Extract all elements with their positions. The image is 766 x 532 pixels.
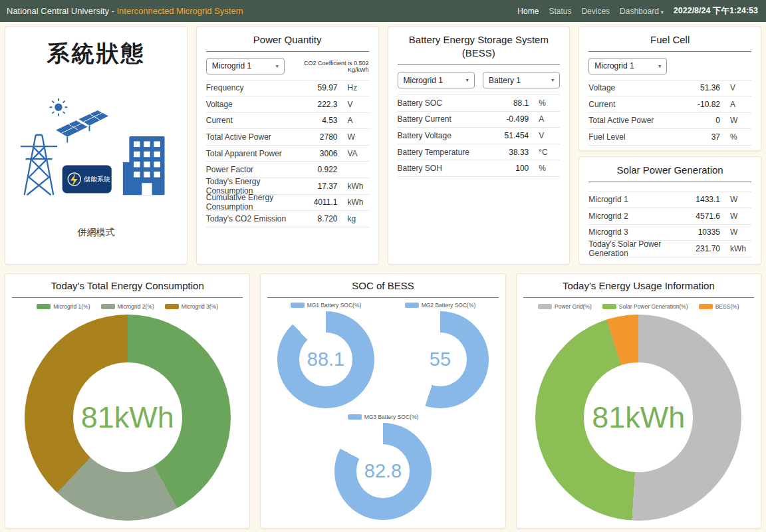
chevron-down-icon: ▾ [658,63,661,69]
energy-usage-chart-title: Today's Energy Usage Information [523,279,754,298]
legend-label: Microgrid 3(%) [182,303,218,310]
gauge-value: 82.8 [334,423,432,520]
bess-card: Battery Energy Storage System (BESS) Mic… [388,26,571,265]
solar-table: Microgrid 11433.1W Microgrid 24571.6W Mi… [588,192,751,257]
power-quantity-table: Frequency59.97Hz Voltage222.3V Current4.… [206,80,369,227]
nav-home[interactable]: Home [517,7,539,16]
soc-chart-card: SOC of BESS MG1 Battery SOC(%) 88.1 MG2 … [260,273,505,529]
table-row: Microgrid 310335W [588,224,751,241]
row-label: Voltage [206,100,299,109]
legend-label: Microgrid 1(%) [53,303,90,310]
donut-chart: 81kWh [25,315,231,521]
soc-gauge-mg1: MG1 Battery SOC(%) 88.1 [277,302,374,408]
co2-coefficient-note: CO2 Coefficient is 0.502 Kg/kWh [285,60,369,73]
row-unit: V [730,83,751,92]
donut-chart: 88.1 [277,311,374,408]
row-label: Today's CO2 Emission [206,214,299,223]
row-label: Battery Temperature [398,148,491,157]
row-unit: % [730,132,751,142]
chevron-down-icon: ▾ [276,63,279,69]
row-value: 8.720 [299,214,338,223]
legend-label: MG2 Battery SOC(%) [422,302,476,309]
table-row: Battery SOH100% [398,160,561,176]
row-value: 4571.6 [682,211,720,221]
system-status-title: 系統狀態 [47,39,145,69]
row-label: Microgrid 1 [588,195,682,204]
row-value: 17.37 [299,182,338,191]
microgrid-select[interactable]: Microgrid 1 ▾ [588,58,667,74]
legend-item[interactable]: Solar Power Generation(%) [602,303,688,310]
legend-label: MG1 Battery SOC(%) [307,302,362,309]
nav-devices[interactable]: Devices [581,7,610,16]
row-unit: kWh [730,244,751,253]
row-unit: W [730,195,751,204]
legend-item[interactable]: BESS(%) [699,303,739,310]
legend-label: Power Grid(%) [555,303,592,310]
row-value: 4.53 [299,116,338,125]
storage-box-label: 儲能系統 [83,176,110,184]
row-label: Power Factor [206,165,299,174]
brand-prefix: National Central University - [7,6,116,16]
table-row: Cumulative Energy Consumption4011.1kWh [206,194,369,211]
solar-title: Solar Power Generation [588,164,751,182]
microgrid-illustration: 儲能系統 [15,69,176,227]
legend-item[interactable]: MG3 Battery SOC(%) [348,414,419,420]
legend-label: Microgrid 2(%) [118,303,154,310]
row-label: Today's Solar Power Generation [588,239,682,258]
legend-item[interactable]: Microgrid 1(%) [37,303,90,310]
donut-chart: 82.8 [334,423,432,520]
nav-status[interactable]: Status [549,7,571,16]
fuel-cell-title: Fuel Cell [588,33,751,52]
microgrid-select[interactable]: Microgrid 1 ▾ [206,58,285,74]
row-unit: A [730,100,751,109]
table-row: Today's Solar Power Generation231.70kWh [588,240,751,257]
legend-item[interactable]: MG1 Battery SOC(%) [291,302,362,309]
battery-select[interactable]: Battery 1 ▾ [483,72,560,88]
table-row: Voltage51.36V [588,80,751,96]
legend-item[interactable]: Microgrid 2(%) [101,303,154,310]
row-value: 4011.1 [299,198,338,207]
soc-chart-title: SOC of BESS [267,279,498,298]
row-unit: W [730,116,751,125]
nav-dashboard[interactable]: Dashboard▾ [620,7,664,16]
energy-usage-chart-card: Today's Energy Usage Information Power G… [516,273,761,529]
table-row: Total Apparent Power3006VA [206,145,369,162]
legend-item[interactable]: Microgrid 3(%) [165,303,218,310]
grid-mode-label: 併網模式 [77,227,114,239]
row-label: Total Apparent Power [206,149,299,158]
table-row: Frequency59.97Hz [206,80,369,96]
microgrid-select[interactable]: Microgrid 1 ▾ [398,72,475,88]
row-unit: A [539,114,560,124]
legend-item[interactable]: MG2 Battery SOC(%) [405,302,476,309]
microgrid-select-value: Microgrid 1 [594,61,634,70]
solar-card: Solar Power Generation Microgrid 11433.1… [578,156,761,265]
row-value: 2780 [299,132,338,142]
table-row: Microgrid 11433.1W [588,192,751,208]
row-label: Voltage [588,83,682,92]
bess-title-line2: (BESS) [462,47,495,59]
row-label: Microgrid 3 [588,227,682,237]
power-quantity-controls: Microgrid 1 ▾ CO2 Coefficient is 0.502 K… [206,58,369,74]
donut-center-label: 81kWh [25,315,231,521]
table-row: Battery Voltage51.454V [398,127,561,144]
row-unit: % [539,98,560,108]
row-label: Total Active Power [588,116,682,125]
table-row: Total Active Power0W [588,112,751,129]
row-value: 38.33 [490,148,529,157]
legend-item[interactable]: Power Grid(%) [538,303,592,310]
legend-chip [348,414,362,420]
row-unit: A [348,116,369,125]
row-value: 222.3 [299,100,338,109]
transmission-tower-icon [21,135,57,195]
battery-storage-icon: 儲能系統 [63,166,112,194]
chevron-down-icon: ▾ [466,77,469,83]
row-unit: °C [539,148,560,157]
row-label: Total Active Power [206,132,299,142]
table-row: Battery Current-0.499A [398,111,561,128]
bess-title: Battery Energy Storage System (BESS) [398,33,561,65]
row-value: -0.499 [490,114,529,124]
row-value: 59.97 [299,83,338,92]
donut-chart: 55 [392,311,489,408]
brand[interactable]: National Central University - Interconne… [7,6,243,16]
legend-chip [405,303,419,308]
